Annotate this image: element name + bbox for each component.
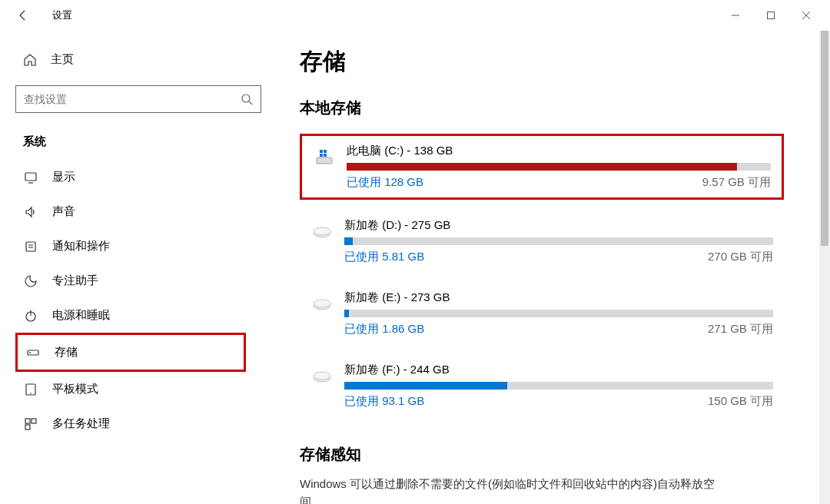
- drive-used: 已使用 1.86 GB: [344, 322, 424, 337]
- maximize-button[interactable]: [753, 3, 788, 28]
- svg-point-30: [314, 372, 330, 380]
- drive-used: 已使用 93.1 GB: [344, 394, 424, 409]
- drive-icon: [310, 364, 334, 387]
- sidebar: 主页 系统 显示声音通知和操作专注助手电源和睡眠存储平板模式多任务处理: [0, 31, 277, 504]
- svg-rect-17: [25, 419, 30, 423]
- power-icon: [23, 309, 38, 323]
- drive-free: 270 GB 可用: [708, 250, 773, 264]
- notification-icon: [23, 240, 38, 254]
- drive-used: 已使用 5.81 GB: [344, 250, 424, 264]
- close-button[interactable]: [788, 3, 824, 28]
- svg-rect-8: [26, 242, 35, 251]
- svg-rect-24: [324, 154, 327, 157]
- window-title: 设置: [52, 8, 72, 22]
- svg-rect-6: [25, 173, 36, 181]
- storage-icon: [25, 346, 41, 360]
- drive-bar: [344, 310, 773, 317]
- nav-item-display[interactable]: 显示: [15, 160, 277, 194]
- drive-bar: [344, 382, 773, 390]
- drive-free: 9.57 GB 可用: [702, 175, 771, 190]
- multitask-icon: [23, 417, 38, 431]
- nav-label: 存储: [55, 345, 78, 360]
- scrollbar-thumb[interactable]: [821, 31, 828, 246]
- close-icon: [802, 11, 811, 20]
- section-header: 系统: [15, 134, 277, 160]
- nav-label: 专注助手: [52, 274, 98, 288]
- home-label: 主页: [51, 52, 74, 67]
- nav-label: 多任务处理: [52, 416, 110, 431]
- nav-item-sound[interactable]: 声音: [15, 194, 277, 229]
- drive-name: 此电脑 (C:) - 138 GB: [347, 144, 771, 158]
- arrow-left-icon: [17, 9, 29, 22]
- nav-item-power[interactable]: 电源和睡眠: [15, 298, 277, 333]
- search-input[interactable]: [24, 93, 241, 105]
- back-button[interactable]: [15, 8, 31, 23]
- drive-bar: [344, 237, 773, 245]
- home-button[interactable]: 主页: [15, 46, 277, 73]
- drive-row[interactable]: 新加卷 (E:) - 273 GB 已使用 1.86 GB 271 GB 可用: [300, 283, 784, 344]
- nav-label: 声音: [52, 204, 75, 219]
- drive-used: 已使用 128 GB: [347, 175, 423, 190]
- drive-icon: [310, 220, 334, 243]
- minimize-button[interactable]: [718, 3, 753, 28]
- scrollbar[interactable]: [819, 31, 830, 504]
- drive-free: 150 GB 可用: [708, 394, 773, 409]
- minimize-icon: [731, 11, 740, 20]
- search-box[interactable]: [15, 85, 261, 113]
- search-icon: [241, 93, 253, 105]
- drives-list: 此电脑 (C:) - 138 GB 已使用 128 GB 9.57 GB 可用 …: [300, 134, 784, 416]
- nav-item-multitask[interactable]: 多任务处理: [15, 406, 277, 441]
- nav-item-storage[interactable]: 存储: [15, 333, 246, 372]
- local-storage-title: 本地存储: [300, 98, 784, 118]
- tablet-icon: [23, 383, 38, 396]
- focus-icon: [23, 274, 38, 288]
- svg-point-16: [30, 393, 32, 394]
- svg-line-5: [249, 101, 252, 104]
- drive-row[interactable]: 新加卷 (F:) - 244 GB 已使用 93.1 GB 150 GB 可用: [300, 355, 784, 416]
- home-icon: [23, 53, 37, 67]
- svg-rect-22: [324, 150, 327, 153]
- content: 存储 本地存储 此电脑 (C:) - 138 GB 已使用 128 GB 9.5…: [277, 31, 830, 504]
- nav-label: 通知和操作: [52, 239, 110, 254]
- page-title: 存储: [300, 46, 784, 78]
- sound-icon: [23, 205, 38, 219]
- drive-free: 271 GB 可用: [708, 322, 773, 337]
- svg-rect-23: [320, 154, 323, 157]
- svg-rect-21: [320, 150, 323, 153]
- drive-icon: [313, 145, 336, 168]
- drive-name: 新加卷 (F:) - 244 GB: [344, 363, 773, 377]
- svg-rect-1: [768, 12, 775, 19]
- svg-point-4: [242, 94, 250, 102]
- drive-bar: [347, 163, 771, 171]
- nav-label: 平板模式: [52, 382, 98, 396]
- svg-point-14: [29, 352, 31, 353]
- storage-sense-title: 存储感知: [300, 444, 784, 465]
- svg-point-28: [314, 300, 330, 307]
- drive-row[interactable]: 此电脑 (C:) - 138 GB 已使用 128 GB 9.57 GB 可用: [300, 134, 784, 200]
- svg-rect-18: [32, 419, 36, 423]
- drive-name: 新加卷 (D:) - 275 GB: [344, 218, 773, 233]
- nav-label: 电源和睡眠: [52, 308, 110, 323]
- storage-sense-desc: Windows 可以通过删除不需要的文件(例如临时文件和回收站中的内容)自动释放…: [300, 476, 715, 504]
- display-icon: [23, 171, 38, 184]
- nav-item-focus[interactable]: 专注助手: [15, 264, 277, 298]
- drive-name: 新加卷 (E:) - 273 GB: [344, 290, 773, 305]
- nav-item-notification[interactable]: 通知和操作: [15, 229, 277, 264]
- nav-item-tablet[interactable]: 平板模式: [15, 372, 277, 406]
- drive-row[interactable]: 新加卷 (D:) - 275 GB 已使用 5.81 GB 270 GB 可用: [300, 211, 784, 272]
- svg-rect-19: [25, 425, 30, 429]
- svg-point-26: [314, 227, 330, 235]
- maximize-icon: [766, 11, 775, 20]
- svg-rect-20: [317, 158, 332, 164]
- drive-icon: [310, 292, 334, 315]
- nav-label: 显示: [52, 170, 75, 184]
- titlebar: 设置: [0, 0, 830, 31]
- nav-list: 显示声音通知和操作专注助手电源和睡眠存储平板模式多任务处理: [15, 160, 277, 441]
